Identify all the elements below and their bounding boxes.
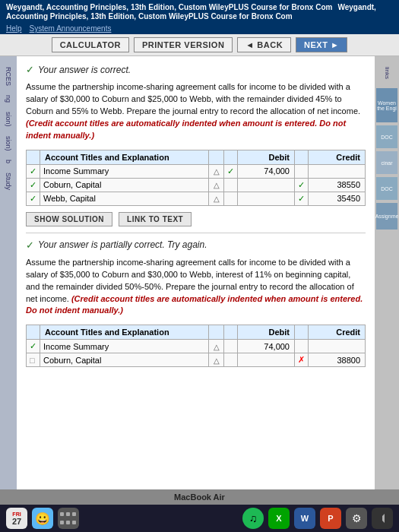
row3-account: Webb, Capital bbox=[40, 192, 209, 205]
row2-dropdown[interactable]: △ bbox=[209, 178, 224, 192]
t2-row2-credit-check: ✗ bbox=[295, 353, 309, 367]
partial-check-icon: ✓ bbox=[26, 239, 34, 251]
printer-button[interactable]: PRINTER VERSION bbox=[134, 37, 233, 52]
journal-table-2: Account Titles and Explanation Debit Cre… bbox=[26, 325, 366, 367]
row3-check: ✓ bbox=[27, 192, 40, 205]
col-dropdown-header bbox=[209, 150, 224, 164]
partial-answer-text: Your answer is partially correct. Try ag… bbox=[38, 239, 207, 250]
nav-links: Help System Announcements bbox=[0, 23, 399, 34]
t2-col-check3-header bbox=[295, 325, 309, 340]
t2-row1-check: ✓ bbox=[27, 340, 40, 353]
right-decor-2: DOC bbox=[376, 125, 397, 148]
link-to-text-button[interactable]: LINK TO TEXT bbox=[119, 212, 192, 226]
col-check2-header bbox=[224, 150, 238, 164]
t2-row1-credit-check bbox=[295, 340, 309, 353]
table-row: ✓ Coburn, Capital △ ✓ 38550 bbox=[27, 178, 366, 192]
t2-row2-dropdown[interactable]: △ bbox=[209, 353, 224, 367]
sidebar-item-sion2[interactable]: sion) bbox=[3, 133, 14, 154]
row2-debit-check bbox=[224, 178, 238, 192]
toolbar: CALCULATOR PRINTER VERSION ◄ BACK NEXT ► bbox=[0, 34, 399, 56]
row1-debit-check: ✓ bbox=[224, 164, 238, 178]
section-divider bbox=[26, 233, 366, 233]
t2-row2-credit: 38800 bbox=[309, 353, 366, 367]
finder-icon[interactable]: 😀 bbox=[32, 508, 53, 529]
next-button[interactable]: NEXT ► bbox=[296, 37, 347, 52]
right-decor-5: Assignme bbox=[376, 203, 397, 230]
right-sidebar-links: links bbox=[382, 64, 392, 82]
correct-answer-text: Your answer is correct. bbox=[38, 65, 131, 75]
music-icon[interactable]: ♫ bbox=[242, 508, 264, 529]
calculator-button[interactable]: CALCULATOR bbox=[52, 37, 129, 52]
row2-credit: 38550 bbox=[309, 178, 366, 192]
t2-row1-dropdown[interactable]: △ bbox=[209, 340, 224, 353]
row2-debit bbox=[238, 178, 295, 192]
t2-row1-debit: 74,000 bbox=[238, 340, 295, 353]
t2-col-check2-header bbox=[224, 325, 238, 340]
row3-credit: 35450 bbox=[309, 192, 366, 205]
app-title: Weygandt, Accounting Principles, 13th Ed… bbox=[6, 2, 393, 21]
right-decor-1: Women the Engl bbox=[376, 88, 397, 122]
t2-row1-account: Income Summary bbox=[40, 340, 209, 353]
partial-answer-banner: ✓ Your answer is partially correct. Try … bbox=[26, 239, 366, 251]
content-panel: ✓ Your answer is correct. Assume the par… bbox=[17, 56, 375, 512]
launchpad-icon[interactable] bbox=[58, 508, 79, 529]
problem2-text: Assume the partnership income-sharing ag… bbox=[26, 257, 366, 318]
table-row: □ Coburn, Capital △ ✗ 38800 bbox=[27, 353, 366, 367]
t2-col-dropdown-header bbox=[209, 325, 224, 340]
sidebar-item-b[interactable]: b bbox=[3, 157, 14, 166]
help-link[interactable]: Help bbox=[6, 24, 22, 33]
sidebar-item-study[interactable]: Study bbox=[3, 169, 14, 193]
problem1-text: Assume the partnership income-sharing ag… bbox=[26, 81, 366, 142]
correct-answer-banner: ✓ Your answer is correct. bbox=[26, 64, 366, 75]
row1-dropdown[interactable]: △ bbox=[209, 164, 224, 178]
t2-row2-check: □ bbox=[27, 353, 40, 367]
t2-col-check-header bbox=[27, 325, 40, 340]
col-debit-header: Debit bbox=[238, 150, 295, 164]
t2-row2-debit bbox=[238, 353, 295, 367]
volume-icon[interactable] bbox=[372, 508, 393, 529]
left-sidebar: RCES ng sion) sion) b Study bbox=[0, 56, 17, 512]
row1-check: ✓ bbox=[27, 164, 40, 178]
t2-row1-debit-check bbox=[224, 340, 238, 353]
row1-credit bbox=[309, 164, 366, 178]
table-row: ✓ Income Summary △ ✓ 74,000 bbox=[27, 164, 366, 178]
col-check-header bbox=[27, 150, 40, 164]
announcements-link[interactable]: System Announcements bbox=[30, 24, 112, 33]
journal-table-1: Account Titles and Explanation Debit Cre… bbox=[26, 150, 366, 206]
right-decor-3: cinar bbox=[376, 151, 397, 174]
row3-dropdown[interactable]: △ bbox=[209, 192, 224, 205]
row3-credit-check: ✓ bbox=[295, 192, 309, 205]
row2-account: Coburn, Capital bbox=[40, 178, 209, 192]
right-decor-4: DOC bbox=[376, 177, 397, 200]
back-button[interactable]: ◄ BACK bbox=[237, 37, 291, 52]
col-credit-header: Credit bbox=[309, 150, 366, 164]
row3-debit-check bbox=[224, 192, 238, 205]
row1-credit-check bbox=[295, 164, 309, 178]
excel-icon[interactable]: X bbox=[268, 508, 290, 529]
t2-row2-debit-check bbox=[224, 353, 238, 367]
t2-col-debit-header: Debit bbox=[238, 325, 295, 340]
taskbar: FRI 27 😀 ♫ X W P ⚙ bbox=[0, 505, 399, 532]
table-row: ✓ Webb, Capital △ ✓ 35450 bbox=[27, 192, 366, 205]
settings-icon[interactable]: ⚙ bbox=[346, 508, 367, 529]
sidebar-item-rces[interactable]: RCES bbox=[3, 64, 14, 89]
word-icon[interactable]: W bbox=[294, 508, 315, 529]
t2-row1-credit bbox=[309, 340, 366, 353]
col-check3-header bbox=[295, 150, 309, 164]
col-account-header: Account Titles and Explanation bbox=[40, 150, 209, 164]
sidebar-item-sion1[interactable]: sion) bbox=[3, 109, 14, 130]
row2-check: ✓ bbox=[27, 178, 40, 192]
right-sidebar: links Women the Engl DOC cinar DOC Assig… bbox=[375, 56, 399, 512]
row1-debit: 74,000 bbox=[238, 164, 295, 178]
row2-credit-check: ✓ bbox=[295, 178, 309, 192]
row1-account: Income Summary bbox=[40, 164, 209, 178]
action-buttons-1: SHOW SOLUTION LINK TO TEXT bbox=[26, 212, 366, 226]
t2-row2-account: Coburn, Capital bbox=[40, 353, 209, 367]
calendar-icon[interactable]: FRI 27 bbox=[6, 508, 27, 529]
row3-debit bbox=[238, 192, 295, 205]
sidebar-item-ng[interactable]: ng bbox=[3, 92, 14, 106]
top-bar: Weygandt, Accounting Principles, 13th Ed… bbox=[0, 0, 399, 23]
t2-col-credit-header: Credit bbox=[309, 325, 366, 340]
show-solution-button[interactable]: SHOW SOLUTION bbox=[26, 212, 112, 226]
powerpoint-icon[interactable]: P bbox=[320, 508, 341, 529]
